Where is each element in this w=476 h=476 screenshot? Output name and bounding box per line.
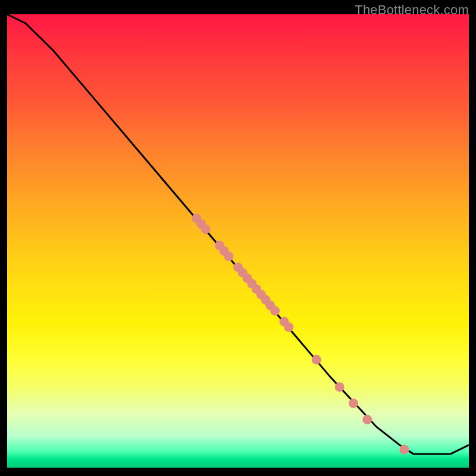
marker-point: [349, 399, 358, 408]
marker-point: [312, 355, 321, 365]
marker-point: [362, 415, 372, 424]
marker-point: [270, 306, 280, 315]
marker-points: [192, 214, 409, 455]
marker-point: [284, 322, 293, 332]
marker-point: [201, 224, 211, 234]
chart-svg: [7, 14, 469, 468]
curve-path: [7, 14, 469, 454]
marker-point: [224, 252, 234, 261]
marker-point: [335, 382, 345, 392]
marker-point: [399, 445, 409, 455]
bottleneck-curve: [7, 14, 469, 454]
